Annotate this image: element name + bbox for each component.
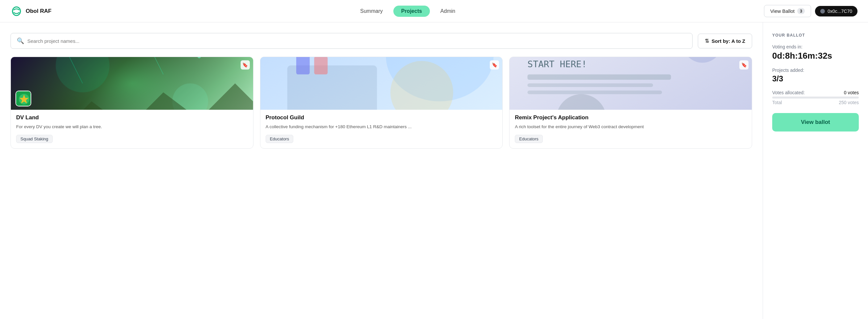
logo-area: Obol RAF [10,5,51,17]
sort-label: Sort by: A to Z [712,38,745,44]
view-ballot-label: View Ballot [770,8,795,14]
ballot-heading: YOUR BALLOT [772,33,859,37]
votes-progress-bar [772,96,859,98]
card-body-remix: Remix Project's Application A rich tools… [509,110,752,148]
card-title-remix: Remix Project's Application [515,114,747,121]
card-desc-remix: A rich toolset for the entire journey of… [515,123,747,130]
card-bg-remix: REMIX IDE START HERE! REMIX 🔖 [509,57,752,110]
votes-total-value: 250 votes [839,100,859,105]
view-ballot-big-button[interactable]: View ballot [772,113,859,132]
logo-text: Obol RAF [26,8,51,14]
svg-text:START HERE!: START HERE! [528,59,587,69]
card-title-protocol-guild: Protocol Guild [266,114,497,121]
card-desc-protocol-guild: A collective funding mechanism for +180 … [266,123,497,130]
card-desc-dv-land: For every DV you create we will plan a t… [16,123,248,130]
votes-total-label: Total [772,100,782,105]
voting-ends-label: Voting ends in: [772,44,859,50]
svg-rect-22 [528,83,653,87]
wallet-avatar [820,9,825,13]
nav-admin[interactable]: Admin [433,6,463,17]
ballot-count-badge: 3 [797,8,805,14]
main-content: 🔍 ⇅ Sort by: A to Z [0,22,763,319]
header-actions: View Ballot 3 0x0c...7C70 [764,5,858,17]
card-title-dv-land: DV Land [16,114,248,121]
card-image-remix: REMIX IDE START HERE! REMIX 🔖 [509,57,752,110]
search-box: 🔍 [10,33,692,49]
card-body-dv-land: DV Land For every DV you create we will … [11,110,253,148]
nav-projects[interactable]: Projects [393,6,430,17]
ballot-sidebar: YOUR BALLOT Voting ends in: 0d:8h:16m:32… [763,22,868,319]
projects-added-label: Projects added: [772,67,859,73]
obol-logo-icon [10,5,22,17]
voting-countdown: 0d:8h:16m:32s [772,51,859,61]
card-tag-dv-land: Squad Staking [16,135,53,143]
card-logo-dv-land [16,91,31,107]
card-image-dv-land: 🔖 [11,57,253,110]
wallet-address: 0x0c...7C70 [828,8,852,14]
card-tag-protocol-guild: Educators [266,135,293,143]
svg-rect-21 [528,75,671,80]
main-layout: 🔍 ⇅ Sort by: A to Z [0,22,868,319]
card-bg-protocol-guild: 🔖 [260,57,503,110]
main-nav: Summary Projects Admin [352,6,463,17]
svg-rect-16 [296,57,310,75]
search-icon: 🔍 [17,37,24,45]
wallet-button[interactable]: 0x0c...7C70 [815,6,858,17]
card-bookmark-dv-land[interactable]: 🔖 [241,60,250,69]
card-bookmark-remix[interactable]: 🔖 [739,60,748,69]
votes-allocated-label: Votes allocated: [772,90,805,95]
sort-button[interactable]: ⇅ Sort by: A to Z [698,34,752,49]
search-sort-row: 🔍 ⇅ Sort by: A to Z [10,33,752,49]
svg-rect-17 [314,57,328,75]
votes-allocated-value: 0 votes [844,90,859,95]
header: Obol RAF Summary Projects Admin View Bal… [0,0,868,22]
card-tag-remix: Educators [515,135,543,143]
votes-allocated-row: Votes allocated: 0 votes [772,90,859,95]
project-card-protocol-guild[interactable]: 🔖 Protocol Guild A collective funding me… [260,57,503,149]
view-ballot-button[interactable]: View Ballot 3 [764,5,811,17]
nav-summary[interactable]: Summary [352,6,391,17]
search-input[interactable] [27,38,686,44]
projects-added-count: 3/3 [772,74,859,83]
card-body-protocol-guild: Protocol Guild A collective funding mech… [260,110,503,148]
project-card-dv-land[interactable]: 🔖 DV Land For every DV you create we wil… [10,57,253,149]
card-bg-dv-land: 🔖 [11,57,253,110]
card-bookmark-protocol-guild[interactable]: 🔖 [490,60,499,69]
projects-grid: 🔖 DV Land For every DV you create we wil… [10,57,752,149]
svg-rect-23 [528,91,662,94]
votes-total-row: Total 250 votes [772,100,859,105]
sort-icon: ⇅ [705,38,709,44]
card-image-protocol-guild: 🔖 [260,57,503,110]
project-card-remix[interactable]: REMIX IDE START HERE! REMIX 🔖 [509,57,752,149]
